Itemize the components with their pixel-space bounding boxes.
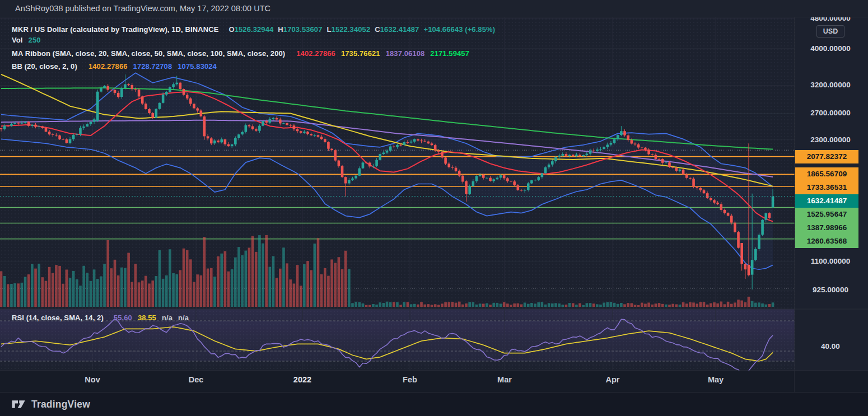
time-axis-label: Mar: [489, 375, 520, 384]
low-value: 1522.34052: [332, 25, 371, 34]
tradingview-logo-icon[interactable]: [11, 398, 26, 410]
rsi-value: 55.60: [114, 314, 132, 322]
close-label: C: [375, 25, 380, 34]
rsi-scale[interactable]: 40.00: [795, 309, 868, 371]
attribution-text: AnShRoy038 published on TradingView.com,…: [15, 4, 270, 13]
price-level-label-resistance: 1865.56709: [795, 167, 858, 181]
rsi-na-2: n/a: [178, 314, 189, 322]
time-axis-label: 2022: [287, 375, 318, 384]
price-level-label-support: 1387.98966: [795, 221, 858, 235]
tradingview-snapshot: AnShRoy038 published on TradingView.com,…: [0, 0, 868, 416]
high-label: H: [278, 25, 283, 34]
price-axis-label: 2700.00000: [795, 108, 866, 118]
volume-label: Vol: [12, 36, 23, 44]
sma50-value: 1735.76621: [341, 49, 380, 58]
time-axis-label: Feb: [394, 375, 426, 384]
price-axis-label: 4000.00000: [795, 44, 866, 54]
sma20-value: 1402.27866: [296, 49, 335, 58]
price-level-label-resistance: 2077.82372: [795, 150, 858, 163]
price-axis-label: 3200.00000: [795, 80, 866, 90]
price-level-label-support: 1525.95647: [795, 208, 858, 221]
symbol-legend-row[interactable]: MKR / US Dollar (calculated by TradingVi…: [12, 25, 495, 34]
price-axis-label: 1100.00000: [795, 256, 866, 267]
bb-lower-value: 1075.83024: [178, 62, 217, 71]
price-axis-label: 4800.00000: [795, 17, 866, 24]
price-axis-label: 2300.00000: [795, 135, 866, 145]
change-value: +104.66643 (+6.85%): [423, 25, 495, 34]
volume-value: 250: [29, 36, 41, 44]
rsi-legend-row[interactable]: RSI (14, close, SMA, 14, 2)55.6038.55n/a…: [12, 314, 189, 322]
high-value: 1703.53607: [283, 25, 323, 34]
time-axis-label: Dec: [180, 375, 212, 384]
ma-ribbon-legend-row[interactable]: MA Ribbon (SMA, close, 20, SMA, close, 5…: [12, 49, 469, 58]
open-label: O: [228, 25, 234, 34]
time-axis-label: Apr: [597, 375, 628, 384]
rsi-label: RSI (14, close, SMA, 14, 2): [12, 314, 104, 322]
sma200-value: 2171.59457: [430, 49, 469, 58]
ma-ribbon-label: MA Ribbon (SMA, close, 20, SMA, close, 5…: [12, 49, 285, 58]
price-scale[interactable]: USD 4800.000004000.000003200.000002700.0…: [795, 17, 868, 309]
bb-label: BB (20, close, 2, 0): [12, 62, 77, 71]
attribution-bar: AnShRoy038 published on TradingView.com,…: [0, 0, 868, 17]
price-level-label-support: 1260.63568: [795, 235, 858, 248]
bb-legend-row[interactable]: BB (20, close, 2, 0)1402.278661728.72708…: [12, 62, 217, 71]
bb-basis-value: 1402.27866: [88, 62, 128, 71]
rsi-axis-label: 40.00: [795, 342, 866, 352]
footer-bar: TradingView: [0, 392, 868, 416]
rsi-na-1: n/a: [162, 314, 172, 322]
symbol-title: MKR / US Dollar (calculated by TradingVi…: [12, 25, 218, 34]
close-value: 1632.41487: [380, 25, 419, 34]
price-level-label-current: 1632.41487: [795, 194, 858, 208]
volume-legend-row[interactable]: Vol250: [12, 36, 41, 44]
time-scale[interactable]: NovDec2022FebMarAprMay: [0, 371, 795, 392]
bb-upper-value: 1728.72708: [133, 62, 172, 71]
sma100-value: 1837.06108: [386, 49, 425, 58]
time-axis-label: Nov: [77, 375, 108, 384]
brand-name[interactable]: TradingView: [31, 399, 90, 410]
price-axis-label: 925.00000: [795, 285, 866, 295]
low-label: L: [327, 25, 332, 34]
price-level-label-resistance: 1733.36531: [795, 181, 858, 194]
open-value: 1526.32944: [235, 25, 274, 34]
rsi-signal-value: 38.55: [138, 314, 156, 322]
currency-toggle-button[interactable]: USD: [816, 25, 844, 38]
time-axis-label: May: [700, 375, 731, 384]
